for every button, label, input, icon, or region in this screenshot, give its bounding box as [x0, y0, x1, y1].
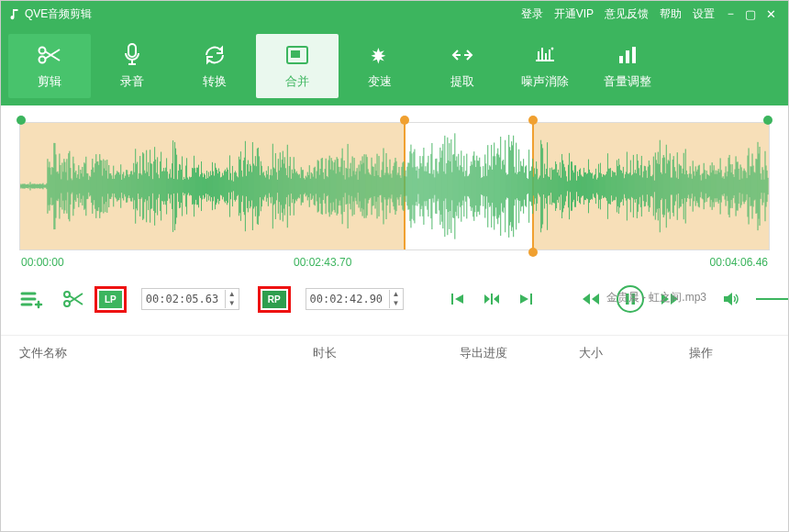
feedback-link[interactable]: 意见反馈 [605, 6, 649, 22]
login-link[interactable]: 登录 [521, 6, 543, 22]
svg-point-0 [39, 48, 46, 54]
minimize-button[interactable]: － [720, 6, 740, 22]
lp-time-input: ▲▼ [141, 288, 239, 310]
lp-step-down[interactable]: ▼ [226, 299, 239, 308]
tool-label: 录音 [120, 73, 144, 90]
tool-label: 剪辑 [38, 73, 61, 90]
rp-time-input: ▲▼ [306, 288, 404, 310]
svg-rect-7 [632, 47, 636, 63]
tool-label: 合并 [285, 73, 309, 90]
lp-container: LP [94, 286, 127, 313]
lp-time-field[interactable] [142, 289, 225, 309]
rewind-button[interactable] [582, 293, 600, 305]
svg-rect-4 [291, 50, 300, 58]
svg-rect-6 [626, 50, 629, 63]
titlebar: QVE音频剪辑 登录 开通VIP 意见反馈 帮助 设置 － ▢ ✕ [1, 1, 788, 27]
col-size: 大小 [579, 345, 689, 361]
time-start: 00:00:00 [21, 256, 64, 269]
vip-link[interactable]: 开通VIP [554, 6, 594, 22]
tool-label: 噪声消除 [521, 73, 569, 90]
lp-button[interactable]: LP [99, 291, 122, 308]
tool-volume-adjust[interactable]: 音量调整 [586, 34, 669, 98]
denoise-icon [533, 42, 557, 68]
tool-label: 变速 [368, 73, 392, 90]
app-title: QVE音频剪辑 [8, 6, 92, 22]
maximize-button[interactable]: ▢ [740, 7, 761, 21]
svg-rect-5 [619, 56, 623, 63]
tool-label: 转换 [203, 73, 227, 90]
volume-adjust-icon [617, 42, 639, 68]
time-mid: 00:02:43.70 [294, 256, 351, 269]
tool-label: 提取 [450, 73, 474, 90]
speed-icon [369, 42, 391, 68]
current-file-name: 金贵晨 - 虹之间.mp3 [606, 290, 706, 305]
rp-step-up[interactable]: ▲ [390, 290, 403, 299]
rp-container: RP [258, 286, 291, 313]
waveform-graphic [20, 123, 769, 249]
col-progress: 导出进度 [460, 345, 579, 361]
app-title-text: QVE音频剪辑 [25, 6, 92, 22]
col-duration: 时长 [313, 345, 460, 361]
goto-end-button[interactable] [517, 292, 534, 306]
tool-merge[interactable]: 合并 [256, 34, 339, 98]
rp-time-field[interactable] [306, 289, 389, 309]
add-to-list-button[interactable] [19, 289, 43, 309]
col-filename: 文件名称 [19, 345, 313, 361]
tool-label: 音量调整 [604, 73, 651, 90]
waveform-area: 00:00:00 00:02:43.70 00:04:06.46 [1, 105, 788, 272]
svg-rect-2 [128, 44, 136, 57]
rp-step-down[interactable]: ▼ [390, 299, 403, 308]
svg-point-1 [39, 57, 46, 63]
note-icon [8, 7, 21, 20]
extract-icon [450, 42, 474, 68]
cycle-icon [203, 42, 227, 68]
tool-speed[interactable]: 变速 [339, 34, 421, 98]
close-button[interactable]: ✕ [761, 7, 781, 21]
settings-link[interactable]: 设置 [693, 6, 715, 22]
tool-cut[interactable]: 剪辑 [8, 34, 91, 98]
help-link[interactable]: 帮助 [660, 6, 682, 22]
rp-button[interactable]: RP [262, 291, 286, 308]
goto-start-button[interactable] [450, 292, 466, 306]
tool-extract[interactable]: 提取 [421, 34, 504, 98]
merge-icon [285, 42, 309, 68]
lp-step-up[interactable]: ▲ [226, 290, 239, 299]
cut-selection-button[interactable] [61, 289, 85, 309]
waveform-track[interactable] [19, 122, 770, 250]
trim-in-button[interactable] [483, 292, 501, 306]
time-end: 00:04:06.46 [710, 256, 768, 269]
file-list-header: 文件名称 时长 导出进度 大小 操作 [1, 335, 788, 371]
scissors-icon [36, 42, 63, 68]
volume-slider[interactable] [756, 297, 789, 301]
tool-record[interactable]: 录音 [91, 34, 173, 98]
mic-icon [122, 42, 142, 68]
main-toolbar: 剪辑 录音 转换 合并 变速 提取 噪声消除 音量调整 [1, 27, 788, 105]
tool-denoise[interactable]: 噪声消除 [504, 34, 586, 98]
svg-rect-10 [491, 294, 493, 305]
tool-convert[interactable]: 转换 [173, 34, 256, 98]
volume-icon[interactable] [723, 292, 739, 306]
col-actions: 操作 [689, 345, 770, 361]
time-scale: 00:00:00 00:02:43.70 00:04:06.46 [19, 250, 770, 269]
